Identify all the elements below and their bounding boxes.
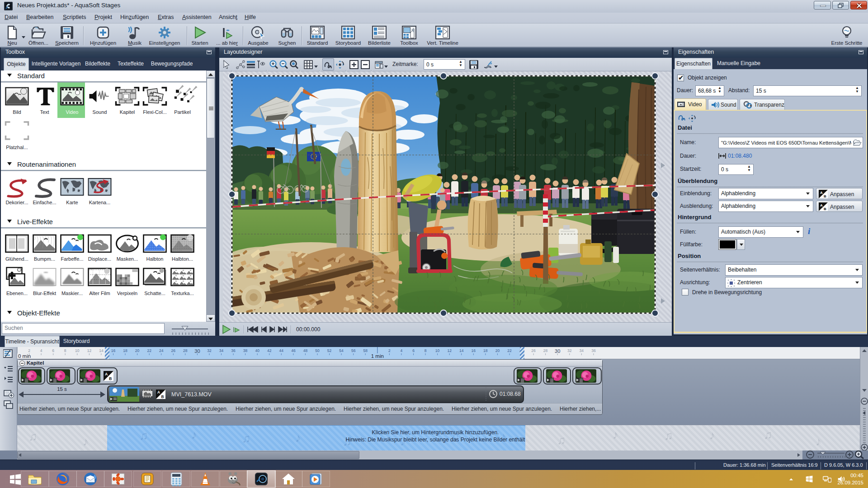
svg-text:Flexi-Col...: Flexi-Col... [143,109,167,115]
svg-text:8: 8 [425,348,427,353]
svg-text:6: 6 [412,348,415,353]
svg-text:Kartena...: Kartena... [89,200,111,205]
svg-text:28: 28 [543,348,548,353]
svg-text:28: 28 [183,348,188,353]
svg-text:46: 46 [291,348,296,353]
svg-text:10: 10 [75,348,80,353]
svg-text:Maskier...: Maskier... [61,291,83,296]
svg-text:Partikel: Partikel [174,109,191,115]
svg-text:52: 52 [327,348,332,353]
svg-text:B: B [109,376,112,381]
svg-text:Standard: Standard [17,72,45,80]
svg-text:B: B [161,394,164,399]
svg-text:12: 12 [447,348,452,353]
svg-text:12: 12 [87,348,92,353]
svg-text:26: 26 [531,348,536,353]
svg-text:24: 24 [159,348,164,353]
svg-text:Sound: Sound [93,109,107,115]
svg-text:Glühend...: Glühend... [5,256,28,262]
svg-text:38: 38 [243,348,248,353]
svg-text:14: 14 [459,348,464,353]
svg-text:Live-Effekte: Live-Effekte [17,218,53,225]
svg-text:18: 18 [123,348,127,353]
svg-text:30: 30 [194,348,200,354]
svg-text:14: 14 [99,348,104,353]
svg-text:4: 4 [40,348,42,353]
svg-text:Text: Text [40,109,49,115]
svg-text:22: 22 [507,348,512,353]
svg-text:48: 48 [303,348,308,353]
svg-text:8: 8 [64,348,66,353]
svg-text:40: 40 [255,348,259,353]
svg-text:Displace...: Displace... [88,256,111,262]
svg-text:58: 58 [363,348,368,353]
svg-text:18: 18 [483,348,488,353]
svg-text:Video: Video [66,109,79,115]
svg-text:26: 26 [171,348,176,353]
svg-text:32: 32 [567,348,572,353]
svg-text:B: B [824,207,826,211]
svg-text:Schatte...: Schatte... [144,291,165,296]
svg-text:2: 2 [388,348,391,353]
svg-text:1 min: 1 min [371,353,384,359]
svg-text:56: 56 [351,348,356,353]
svg-text:Halbton: Halbton [146,256,164,262]
svg-text:6: 6 [52,348,54,353]
svg-text:34: 34 [219,348,224,353]
svg-text:0 min: 0 min [18,353,31,359]
svg-text:16: 16 [111,348,116,353]
svg-text:32: 32 [207,348,212,353]
svg-text:2: 2 [28,348,30,353]
svg-text:54: 54 [339,348,344,353]
svg-text:A: A [105,372,108,376]
svg-text:Kapitel: Kapitel [120,109,135,115]
svg-text:34: 34 [580,348,584,353]
svg-text:Einfache...: Einfache... [33,200,57,205]
svg-text:Masken...: Masken... [117,256,138,262]
svg-text:36: 36 [591,348,596,353]
svg-text:20: 20 [135,348,140,353]
svg-text:A: A [157,390,160,394]
svg-text:30: 30 [555,348,560,354]
svg-text:Platzhal...: Platzhal... [6,145,28,150]
svg-text:Bild: Bild [13,109,21,115]
svg-text:20: 20 [495,348,500,353]
svg-text:44: 44 [279,348,284,353]
svg-text:Farbeffe...: Farbeffe... [61,256,84,262]
svg-text:4: 4 [401,348,403,353]
svg-text:Halbton...: Halbton... [172,256,193,262]
svg-text:Routenanimationen: Routenanimationen [17,160,76,168]
svg-text:MVI_7613.MOV: MVI_7613.MOV [171,391,212,398]
svg-text:36: 36 [231,348,236,353]
svg-text:22: 22 [147,348,151,353]
svg-text:16: 16 [472,348,476,353]
svg-text:50: 50 [315,348,320,353]
svg-text:Blur-Effekt: Blur-Effekt [33,291,56,296]
svg-text:A: A [820,203,823,207]
svg-text:Texturka...: Texturka... [171,291,194,296]
svg-text:Karte: Karte [66,200,78,205]
svg-text:10: 10 [435,348,440,353]
svg-text:Objekt-Effekte: Objekt-Effekte [17,309,60,317]
svg-text:01:08.68: 01:08.68 [500,391,521,397]
svg-text:Ebenen...: Ebenen... [6,291,28,296]
svg-text:B: B [824,194,826,198]
svg-text:Dekorier...: Dekorier... [5,200,28,205]
svg-text:15 s: 15 s [57,386,67,392]
svg-text:A: A [820,191,823,195]
svg-text:Bumpm...: Bumpm... [34,256,55,262]
svg-text:42: 42 [267,348,272,353]
svg-text:Verpixeln: Verpixeln [117,291,137,296]
svg-text:Alter Film: Alter Film [89,291,110,296]
